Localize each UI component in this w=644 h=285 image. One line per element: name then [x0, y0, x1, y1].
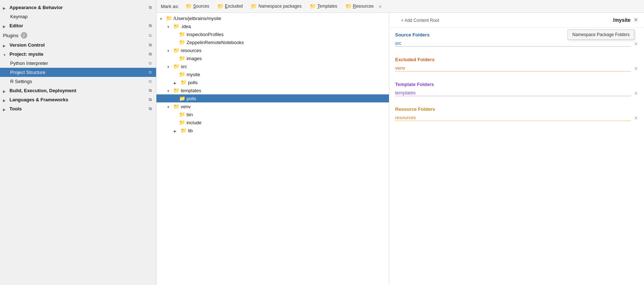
- folder-icon: 📁: [166, 15, 172, 21]
- excluded-folder-icon: 📁: [217, 3, 223, 9]
- resource-folders-title: Resource Folders: [395, 106, 638, 112]
- tree-item-zeppelin[interactable]: 📁 ZeppelinRemoteNotebooks: [156, 38, 389, 46]
- namespace-packages-button[interactable]: 📁 Namespace packages: [248, 2, 305, 10]
- namespace-folder-icon: 📁: [251, 3, 257, 9]
- sidebar-item-project-structure[interactable]: Project Structure ⧉: [0, 68, 156, 77]
- tree-item-src[interactable]: 📁 src: [156, 62, 389, 70]
- tree-item-polls-templates[interactable]: 📁 polls: [156, 94, 389, 102]
- tree-item-bin[interactable]: 📁 bin: [156, 110, 389, 118]
- sidebar-item-build[interactable]: Build, Execution, Deployment ⧉: [0, 86, 156, 95]
- chevron-icon: [3, 88, 8, 93]
- sidebar-item-label: Project: mysite: [9, 51, 43, 57]
- sidebar-item-plugins[interactable]: Plugins 2 ⧉: [0, 30, 156, 40]
- tree-item-polls-src[interactable]: 📁 polls: [156, 78, 389, 86]
- chevron-icon: [3, 5, 8, 10]
- chevron-icon: [167, 24, 172, 29]
- sources-button[interactable]: 📁 Sources: [183, 2, 212, 10]
- sources-label: Sources: [193, 4, 209, 9]
- sidebar-item-label: Build, Execution, Deployment: [9, 88, 76, 93]
- sources-folder-icon: 📁: [186, 3, 192, 9]
- chevron-icon: [174, 128, 179, 133]
- chevron-icon: [3, 106, 8, 112]
- folder-icon: 📁: [179, 112, 185, 117]
- template-folder-name: templates: [395, 90, 631, 96]
- sidebar-item-tools[interactable]: Tools ⧉: [0, 104, 156, 113]
- tree-item-label: lib: [188, 128, 193, 133]
- add-content-root-label: + Add Content Root: [401, 18, 439, 23]
- tree-item-resources[interactable]: 📁 resources: [156, 46, 389, 54]
- folder-icon: 📁: [179, 120, 185, 125]
- close-button[interactable]: ✕: [633, 17, 638, 23]
- tree-item-mysite[interactable]: 📁 mysite: [156, 70, 389, 78]
- tree-item-inspection-profiles[interactable]: 📁 inspectionProfiles: [156, 30, 389, 38]
- sidebar-item-appearance[interactable]: Appearance & Behavior ⧉: [0, 3, 156, 12]
- chevron-icon: [167, 88, 172, 93]
- main-content: Mark as: 📁 Sources 📁 Excluded 📁 Namespac…: [156, 0, 644, 285]
- chevron-icon: [167, 64, 172, 69]
- sidebar-item-languages[interactable]: Languages & Frameworks ⧉: [0, 95, 156, 104]
- source-folder-name: src: [395, 40, 631, 47]
- folder-icon: 📁: [179, 39, 185, 45]
- namespace-label: Namespace packages: [258, 4, 302, 9]
- chevron-icon: [3, 97, 8, 102]
- right-panel-header: + Add Content Root /mysite ✕: [389, 13, 644, 28]
- remove-source-button[interactable]: ✕: [634, 41, 638, 47]
- folder-icon: 📁: [173, 87, 179, 93]
- sidebar-item-editor[interactable]: Editor ⧉: [0, 21, 156, 30]
- sidebar-item-keymap[interactable]: Keymap: [0, 12, 156, 21]
- folder-icon: 📁: [179, 71, 185, 77]
- settings-sidebar: Appearance & Behavior ⧉ Keymap Editor ⧉ …: [0, 0, 156, 285]
- folder-icon: 📁: [173, 104, 179, 109]
- mark-as-toolbar: Mark as: 📁 Sources 📁 Excluded 📁 Namespac…: [156, 0, 644, 13]
- sidebar-item-version-control[interactable]: Version Control ⧉: [0, 40, 156, 50]
- resources-button[interactable]: 📁 Resources: [342, 2, 377, 10]
- tree-item-label: .idea: [181, 24, 191, 29]
- sidebar-item-project[interactable]: Project: mysite ⧉: [0, 50, 156, 59]
- tree-item-lib[interactable]: 📁 lib: [156, 126, 389, 134]
- tree-item-root[interactable]: 📁 /Users/jetbrains/mysite: [156, 14, 389, 22]
- copy-icon: ⧉: [149, 70, 152, 75]
- tree-item-idea[interactable]: 📁 .idea: [156, 22, 389, 30]
- more-button[interactable]: »: [379, 3, 382, 9]
- tree-item-images[interactable]: 📁 images: [156, 54, 389, 62]
- template-folders-section: Template Folders templates ✕: [389, 77, 644, 102]
- tree-item-label: src: [181, 64, 187, 69]
- content-split: 📁 /Users/jetbrains/mysite 📁 .idea 📁 insp…: [156, 13, 644, 285]
- copy-icon: ⧉: [149, 33, 152, 38]
- folder-icon: 📁: [173, 47, 179, 53]
- tree-item-venv[interactable]: 📁 venv: [156, 102, 389, 110]
- folder-icon: 📁: [173, 23, 179, 29]
- tree-item-include[interactable]: 📁 include: [156, 118, 389, 126]
- add-content-root-button[interactable]: + Add Content Root: [395, 16, 445, 24]
- sidebar-item-r-settings[interactable]: R Settings ⧉: [0, 77, 156, 86]
- chevron-icon: [3, 43, 8, 48]
- tree-item-label: polls: [187, 96, 196, 101]
- excluded-folders-title: Excluded Folders: [395, 57, 638, 62]
- sidebar-item-python-interpreter[interactable]: Python Interpreter ⧉: [0, 59, 156, 68]
- tree-item-templates[interactable]: 📁 templates: [156, 86, 389, 94]
- copy-icon: ⧉: [149, 23, 152, 28]
- chevron-icon: [167, 104, 172, 109]
- templates-label: Templates: [317, 4, 337, 9]
- templates-folder-icon: 📁: [310, 3, 316, 9]
- copy-icon: ⧉: [149, 5, 152, 10]
- file-tree: 📁 /Users/jetbrains/mysite 📁 .idea 📁 insp…: [156, 13, 389, 285]
- sidebar-item-label: Python Interpreter: [10, 60, 48, 66]
- remove-excluded-button[interactable]: ✕: [634, 66, 638, 71]
- source-folder-entry: src ✕: [395, 40, 638, 47]
- templates-button[interactable]: 📁 Templates: [307, 2, 340, 10]
- copy-icon: ⧉: [149, 52, 152, 56]
- tree-item-label: polls: [188, 80, 198, 85]
- chevron-icon: [174, 80, 179, 85]
- sidebar-item-label: Tools: [9, 106, 22, 112]
- tree-item-label: /Users/jetbrains/mysite: [174, 16, 221, 21]
- tree-item-label: mysite: [187, 72, 200, 77]
- excluded-folder-entry: venv ✕: [395, 65, 638, 71]
- excluded-label: Excluded: [225, 4, 243, 9]
- tooltip-text: Namespace Package Folders: [572, 32, 629, 37]
- remove-template-button[interactable]: ✕: [634, 90, 638, 96]
- resource-folder-entry: resources ✕: [395, 115, 638, 121]
- excluded-button[interactable]: 📁 Excluded: [214, 2, 246, 10]
- namespace-tooltip: Namespace Package Folders: [568, 30, 634, 40]
- remove-resource-button[interactable]: ✕: [634, 115, 638, 121]
